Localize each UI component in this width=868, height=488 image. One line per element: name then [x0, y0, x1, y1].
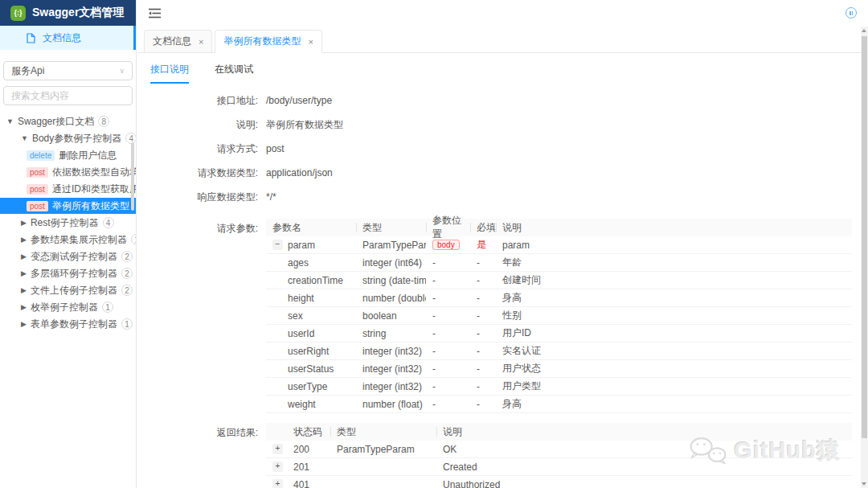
tree-item[interactable]: ▶变态测试例子控制器2 — [0, 248, 136, 265]
document-tab[interactable]: 举例所有数据类型× — [215, 30, 321, 53]
column-header: 参数位置 — [426, 219, 470, 236]
tab-label: 文档信息 — [153, 35, 191, 48]
caret-right-icon[interactable]: ▶ — [21, 236, 27, 244]
scroll-down-arrow-icon[interactable] — [862, 482, 866, 486]
param-desc-cell: param — [496, 240, 852, 251]
count-badge: 1 — [121, 318, 133, 330]
tree-scrollbar-thumb[interactable] — [131, 142, 134, 211]
close-icon[interactable]: × — [199, 37, 203, 47]
tree-item[interactable]: ▼Body参数例子控制器4 — [0, 130, 136, 146]
param-name-cell: −param — [266, 240, 356, 251]
field-label: 请求数据类型: — [137, 166, 258, 180]
param-required-cell: - — [470, 328, 496, 339]
field-label: 接口地址: — [137, 94, 258, 108]
caret-right-icon[interactable]: ▶ — [21, 303, 27, 311]
param-required-cell: - — [470, 293, 496, 304]
main-area: 文档信息×举例所有数据类型× 接口说明在线调试 接口地址:/body/user/… — [137, 0, 868, 488]
tree-item[interactable]: post依据数据类型自动填充 — [0, 164, 136, 180]
column-header: 说明 — [496, 219, 852, 236]
count-badge: 1 — [131, 234, 136, 245]
caret-right-icon[interactable]: ▶ — [21, 286, 27, 294]
param-name: ages — [288, 257, 309, 269]
info-field: 说明:举例所有数据类型 — [137, 113, 868, 137]
param-name: userStatus — [288, 363, 334, 375]
expand-plus-icon[interactable]: + — [272, 444, 283, 454]
tree-item[interactable]: ▶多层循环例子控制器2 — [0, 265, 136, 281]
caret-down-icon[interactable]: ▼ — [6, 117, 14, 125]
result-expand-cell: + — [266, 479, 287, 488]
doc-search-box — [3, 86, 133, 105]
close-icon[interactable]: × — [308, 37, 313, 47]
param-name: height — [288, 293, 314, 304]
param-desc-cell: 性别 — [496, 309, 852, 322]
field-value: 举例所有数据类型 — [266, 118, 343, 132]
status-code-cell: 200 — [287, 444, 330, 455]
status-code-cell: 201 — [287, 461, 330, 473]
tree-item[interactable]: ▶文件上传例子控制器2 — [0, 282, 136, 298]
service-api-select[interactable]: 服务Api ∨ — [3, 61, 133, 80]
count-badge: 8 — [98, 116, 109, 127]
count-badge: 2 — [121, 251, 133, 262]
scrollbar-thumb[interactable] — [862, 36, 867, 438]
expand-plus-icon[interactable]: + — [272, 479, 283, 488]
document-tab[interactable]: 文档信息× — [144, 30, 212, 53]
tree-item-label: 枚举例子控制器 — [31, 301, 98, 314]
caret-right-icon[interactable]: ▶ — [21, 320, 27, 328]
info-field: 接口地址:/body/user/type — [137, 88, 868, 113]
tree-item[interactable]: ▶表单参数例子控制器1 — [0, 316, 136, 332]
field-value: post — [266, 143, 285, 154]
detail-tab[interactable]: 接口说明 — [150, 59, 189, 84]
collapse-minus-icon[interactable]: − — [272, 240, 283, 250]
tree-item-label: 文件上传例子控制器 — [31, 284, 117, 297]
vertical-scrollbar[interactable] — [861, 27, 868, 488]
scroll-up-arrow-icon[interactable] — [862, 29, 866, 32]
info-field: 请求数据类型:application/json — [137, 161, 868, 185]
tree-item[interactable]: ▶参数结果集展示控制器1 — [0, 232, 136, 248]
param-row: userRightinteger (int32)--实名认证 — [266, 342, 852, 360]
caret-right-icon[interactable]: ▶ — [21, 219, 27, 227]
param-position-cell: - — [426, 310, 470, 322]
sidebar-item-doc-info[interactable]: 文档信息 — [0, 26, 136, 50]
tree-item[interactable]: ▶Rest例子控制器4 — [0, 215, 136, 231]
api-detail-panel: 接口说明在线调试 接口地址:/body/user/type说明:举例所有数据类型… — [137, 53, 868, 488]
detail-tab[interactable]: 在线调试 — [215, 59, 253, 84]
app-header: {:} Swagger文档管理 — [0, 0, 136, 26]
count-badge: 4 — [103, 217, 114, 228]
tree-item-label: 删除用户信息 — [59, 149, 117, 162]
method-badge: delete — [27, 150, 55, 161]
param-desc-cell: 身高 — [496, 291, 852, 305]
param-desc-cell: 年龄 — [496, 256, 852, 269]
caret-right-icon[interactable]: ▶ — [21, 252, 27, 260]
result-row: +201Created — [266, 458, 852, 476]
column-header — [266, 423, 287, 441]
column-header: 必填 — [470, 219, 496, 236]
param-type-cell: number (double) — [356, 293, 426, 304]
tree-item[interactable]: ▼Swagger接口文档8 — [0, 113, 136, 129]
tree-item[interactable]: post通过ID和类型获取用户信息 — [0, 181, 136, 197]
search-input[interactable] — [11, 90, 136, 101]
param-name-cell: userRight — [266, 346, 356, 357]
tree-item-label: Body参数例子控制器 — [32, 132, 121, 146]
param-position-cell: - — [426, 257, 470, 269]
param-name-cell: userStatus — [266, 363, 356, 375]
menu-fold-icon[interactable] — [149, 8, 161, 18]
response-results-table: 状态码类型说明 +200ParamTypeParamOK+201Created+… — [266, 423, 852, 488]
swagger-doc-app: {:} Swagger文档管理 文档信息 服务Api ∨ ▼Swagger接口文… — [0, 0, 868, 488]
param-row: −paramParamTypeParambody是param — [266, 236, 852, 254]
result-expand-cell: + — [266, 444, 287, 454]
tree-item[interactable]: post举例所有数据类型 — [0, 198, 136, 214]
params-table-header: 参数名类型参数位置必填说明 — [266, 219, 852, 236]
param-row: userIdstring--用户ID — [266, 325, 852, 342]
caret-right-icon[interactable]: ▶ — [21, 269, 27, 277]
result-desc-cell: Created — [436, 461, 852, 473]
result-row: +401Unauthorized — [266, 476, 852, 488]
expand-plus-icon[interactable]: + — [272, 461, 283, 472]
tree-item[interactable]: delete删除用户信息 — [0, 147, 136, 163]
version-info-icon[interactable] — [845, 7, 857, 18]
select-value: 服务Api — [11, 64, 44, 78]
caret-down-icon[interactable]: ▼ — [21, 134, 28, 142]
status-code-cell: 401 — [287, 479, 330, 488]
tree-item-label: 参数结果集展示控制器 — [31, 233, 127, 247]
tree-item-label: 表单参数例子控制器 — [31, 318, 117, 331]
tree-item[interactable]: ▶枚举例子控制器1 — [0, 299, 136, 315]
